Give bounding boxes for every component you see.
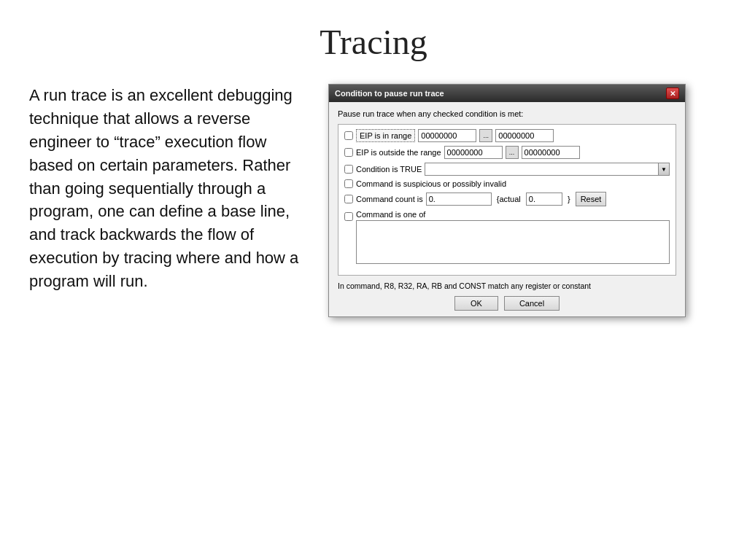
command-count-actual-label: {actual [495, 195, 523, 203]
eip-in-range-val1[interactable] [418, 129, 476, 142]
eip-outside-range-row: EIP is outside the range ... [344, 146, 670, 159]
eip-in-range-val2[interactable] [495, 129, 554, 142]
ok-button[interactable]: OK [454, 296, 498, 311]
condition-true-dropdown-arrow[interactable]: ▼ [658, 163, 670, 176]
dialog-titlebar: Condition to pause run trace ✕ [329, 85, 685, 102]
command-count-val[interactable] [426, 192, 492, 206]
content-area: A run trace is an excellent debugging te… [0, 77, 747, 332]
eip-outside-range-ellipsis[interactable]: ... [506, 146, 519, 159]
command-one-of-label: Command is one of [356, 210, 425, 219]
command-one-of-checkbox[interactable] [344, 212, 353, 221]
dialog-inner: EIP is in range ... EIP is outside the r… [338, 124, 676, 276]
dialog: Condition to pause run trace ✕ Pause run… [328, 84, 686, 317]
command-one-of-container: Command is one of [356, 210, 670, 265]
page-title: Tracing [0, 0, 747, 77]
dialog-body: Pause run trace when any checked conditi… [329, 102, 685, 316]
command-one-of-row: Command is one of [344, 210, 670, 265]
text-block: A run trace is an excellent debugging te… [29, 84, 306, 293]
condition-true-input[interactable] [425, 163, 659, 176]
command-count-close-paren: } [565, 195, 573, 203]
command-suspicious-checkbox[interactable] [344, 179, 353, 188]
command-count-checkbox[interactable] [344, 195, 353, 203]
eip-outside-range-val2[interactable] [522, 146, 580, 159]
command-count-actual-val[interactable] [526, 192, 562, 206]
condition-true-row: Condition is TRUE ▼ [344, 163, 670, 176]
dialog-buttons: OK Cancel [338, 296, 676, 311]
command-count-label: Command count is [356, 195, 423, 203]
dialog-footer-note: In command, R8, R32, RA, RB and CONST ma… [338, 281, 676, 290]
dialog-close-button[interactable]: ✕ [666, 88, 679, 99]
command-count-row: Command count is {actual } Reset [344, 192, 670, 206]
eip-in-range-checkbox[interactable] [344, 131, 353, 140]
command-one-of-textarea[interactable] [356, 220, 670, 264]
command-suspicious-row: Command is suspicious or possibly invali… [344, 179, 670, 188]
cancel-button[interactable]: Cancel [504, 296, 560, 311]
eip-in-range-row: EIP is in range ... [344, 129, 670, 142]
dialog-description: Pause run trace when any checked conditi… [338, 109, 676, 118]
eip-outside-range-val1[interactable] [444, 146, 503, 159]
eip-in-range-label: EIP is in range [356, 129, 415, 142]
text-block-content: A run trace is an excellent debugging te… [29, 86, 298, 290]
command-suspicious-label: Command is suspicious or possibly invali… [356, 179, 506, 188]
eip-outside-range-checkbox[interactable] [344, 148, 353, 157]
command-count-reset-button[interactable]: Reset [576, 192, 607, 206]
eip-in-range-ellipsis[interactable]: ... [479, 129, 492, 142]
condition-true-checkbox[interactable] [344, 165, 353, 174]
condition-true-dropdown-wrapper: ▼ [425, 163, 670, 176]
dialog-wrapper: Condition to pause run trace ✕ Pause run… [328, 84, 686, 317]
dialog-title: Condition to pause run trace [335, 89, 444, 98]
eip-outside-range-label: EIP is outside the range [356, 148, 441, 157]
condition-true-label: Condition is TRUE [356, 165, 422, 174]
